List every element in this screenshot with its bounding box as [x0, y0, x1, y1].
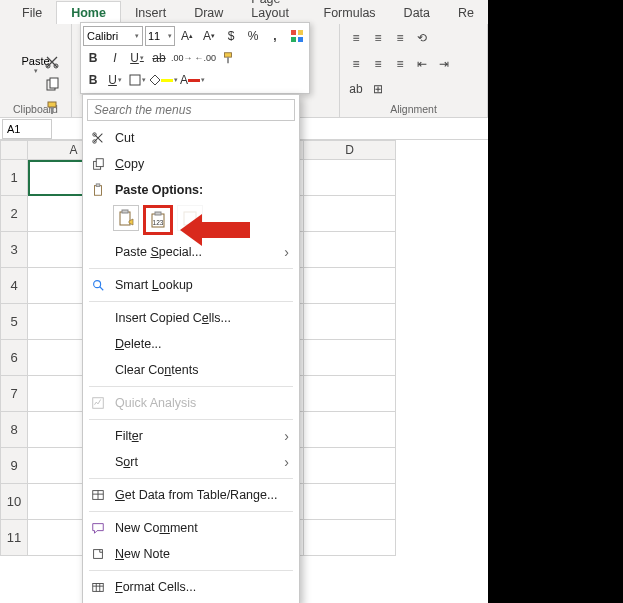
quick-analysis-icon: [89, 396, 107, 410]
mini-toolbar: Calibri▾ 11▾ A▴ A▾ $ % , B I U ab .00→ ←…: [80, 22, 310, 94]
alignment-group: ≡ ≡ ≡ ⟲ ≡ ≡ ≡ ⇤ ⇥ ab ⊞ Alignment: [340, 24, 488, 117]
svg-rect-6: [48, 102, 56, 107]
cell[interactable]: [304, 232, 396, 268]
menu-smart-lookup[interactable]: Smart Lookup: [83, 272, 299, 298]
menu-new-comment[interactable]: New Comment: [83, 515, 299, 541]
align-top-icon[interactable]: ≡: [346, 28, 366, 48]
increase-indent-icon[interactable]: ⇥: [434, 54, 454, 74]
chevron-right-icon: [284, 428, 289, 444]
conditional-format-icon[interactable]: [287, 26, 307, 46]
separator: [89, 511, 293, 512]
menu-insert-copied-cells[interactable]: Insert Copied Cells...: [83, 305, 299, 331]
cell[interactable]: [304, 304, 396, 340]
cell[interactable]: [304, 196, 396, 232]
cell[interactable]: [304, 160, 396, 196]
decrease-decimal-icon[interactable]: ←.00: [195, 48, 217, 68]
svg-rect-12: [225, 53, 232, 57]
tab-formulas[interactable]: Formulas: [310, 2, 390, 24]
row-head[interactable]: 5: [0, 304, 28, 340]
underline-button-2[interactable]: U: [105, 70, 125, 90]
decrease-font-icon[interactable]: A▾: [199, 26, 219, 46]
paste-option-keep-source[interactable]: [113, 205, 139, 231]
select-all-corner[interactable]: [0, 140, 28, 160]
cell[interactable]: [304, 520, 396, 556]
tab-draw[interactable]: Draw: [180, 2, 237, 24]
tab-data[interactable]: Data: [390, 2, 444, 24]
decrease-indent-icon[interactable]: ⇤: [412, 54, 432, 74]
col-head-d[interactable]: D: [304, 140, 396, 160]
copy-icon[interactable]: [44, 77, 60, 97]
bold-button-2[interactable]: B: [83, 70, 103, 90]
menu-search-input[interactable]: [87, 99, 295, 121]
merge-button[interactable]: ⊞: [368, 79, 388, 99]
cell[interactable]: [304, 376, 396, 412]
orientation-icon[interactable]: ⟲: [412, 28, 432, 48]
border-button[interactable]: [127, 70, 147, 90]
menu-format-cells[interactable]: Format Cells...: [83, 574, 299, 600]
row-head[interactable]: 3: [0, 232, 28, 268]
separator: [89, 268, 293, 269]
strikethrough-button[interactable]: ab: [149, 48, 169, 68]
wrap-text-button[interactable]: ab: [346, 79, 366, 99]
tab-page-layout[interactable]: Page Layout: [237, 0, 309, 24]
row-head[interactable]: 8: [0, 412, 28, 448]
fill-color-button[interactable]: [149, 70, 178, 90]
menu-search[interactable]: [87, 99, 295, 121]
svg-marker-32: [180, 214, 250, 246]
cut-icon[interactable]: [44, 54, 60, 74]
align-left-icon[interactable]: ≡: [346, 54, 366, 74]
comma-format-icon[interactable]: ,: [265, 26, 285, 46]
scissors-icon: [89, 131, 107, 145]
align-center-icon[interactable]: ≡: [368, 54, 388, 74]
tab-review[interactable]: Re: [444, 2, 488, 24]
align-bottom-icon[interactable]: ≡: [390, 28, 410, 48]
row-head[interactable]: 2: [0, 196, 28, 232]
menu-sort[interactable]: Sort: [83, 449, 299, 475]
row-head[interactable]: 11: [0, 520, 28, 556]
ribbon-tabs: File Home Insert Draw Page Layout Formul…: [0, 0, 488, 24]
accounting-format-icon[interactable]: $: [221, 26, 241, 46]
italic-button[interactable]: I: [105, 48, 125, 68]
svg-text:123: 123: [153, 219, 164, 226]
tab-file[interactable]: File: [8, 2, 56, 24]
percent-format-icon[interactable]: %: [243, 26, 263, 46]
increase-decimal-icon[interactable]: .00→: [171, 48, 193, 68]
menu-filter[interactable]: Filter: [83, 423, 299, 449]
tab-home[interactable]: Home: [56, 1, 121, 24]
bold-button[interactable]: B: [83, 48, 103, 68]
cell[interactable]: [304, 484, 396, 520]
menu-new-note[interactable]: New Note: [83, 541, 299, 567]
underline-button[interactable]: U: [127, 48, 147, 68]
format-painter-icon[interactable]: [44, 100, 60, 120]
row-head[interactable]: 4: [0, 268, 28, 304]
align-middle-icon[interactable]: ≡: [368, 28, 388, 48]
row-head[interactable]: 10: [0, 484, 28, 520]
format-cells-icon: [89, 580, 107, 594]
menu-cut[interactable]: Cut: [83, 125, 299, 151]
cell[interactable]: [304, 340, 396, 376]
tab-insert[interactable]: Insert: [121, 2, 180, 24]
menu-delete[interactable]: Delete...: [83, 331, 299, 357]
paste-option-values[interactable]: 123: [143, 205, 173, 235]
menu-clear-contents[interactable]: Clear Contents: [83, 357, 299, 383]
format-painter-mini-icon[interactable]: [218, 48, 238, 68]
cell[interactable]: [304, 268, 396, 304]
row-head[interactable]: 1: [0, 160, 28, 196]
mini-font-size[interactable]: 11▾: [145, 26, 175, 46]
svg-rect-30: [94, 550, 103, 559]
font-color-button[interactable]: A: [180, 70, 205, 90]
menu-copy[interactable]: Copy: [83, 151, 299, 177]
cell[interactable]: [304, 412, 396, 448]
row-head[interactable]: 7: [0, 376, 28, 412]
svg-rect-7: [51, 107, 53, 114]
increase-font-icon[interactable]: A▴: [177, 26, 197, 46]
separator: [89, 301, 293, 302]
cell[interactable]: [304, 448, 396, 484]
name-box[interactable]: A1: [2, 119, 52, 139]
callout-arrow: [180, 210, 250, 254]
row-head[interactable]: 9: [0, 448, 28, 484]
menu-get-data[interactable]: Get Data from Table/Range...: [83, 482, 299, 508]
mini-font-name[interactable]: Calibri▾: [83, 26, 143, 46]
row-head[interactable]: 6: [0, 340, 28, 376]
align-right-icon[interactable]: ≡: [390, 54, 410, 74]
